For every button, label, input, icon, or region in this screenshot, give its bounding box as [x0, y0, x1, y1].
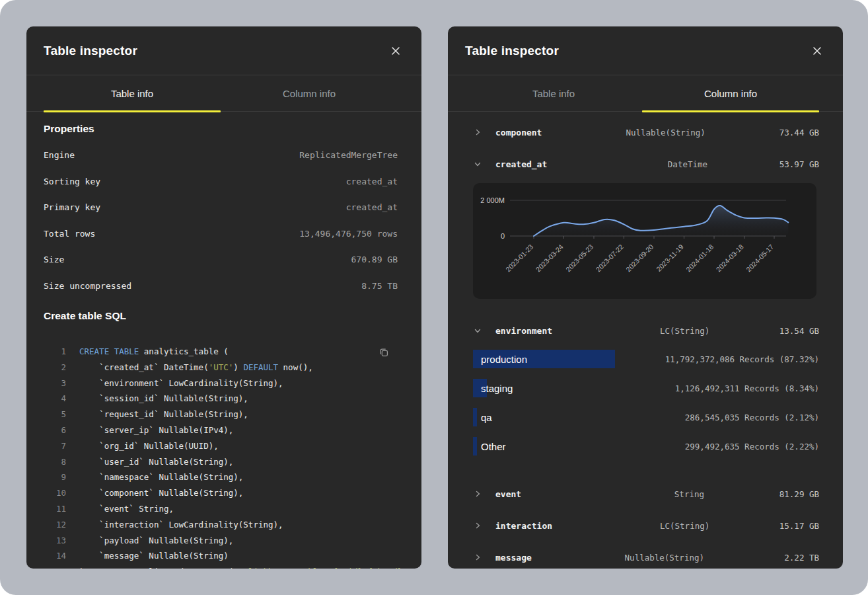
sql-code-text: `environment` LowCardinality(String),: [79, 376, 283, 391]
column-row-interaction[interactable]: interactionLC(String)15.17 GB: [448, 510, 843, 541]
line-number: 14: [44, 548, 66, 564]
sql-line: 10 `component` Nullable(String),: [44, 485, 398, 501]
sql-line: 4 `session_id` Nullable(String),: [44, 391, 398, 407]
tab-column-info[interactable]: Column info: [642, 75, 819, 111]
sql-line: 15) ENGINE = ReplicatedMergeTree('/click…: [44, 564, 398, 569]
env-value-records: 1,126,492,311 Records (8.34%): [675, 383, 819, 393]
chart-area-fill: [534, 206, 788, 236]
tab-table-info[interactable]: Table info: [44, 75, 221, 111]
modal-title: Table inspector: [44, 44, 137, 58]
line-number: 1: [44, 344, 66, 360]
sql-token: ): [233, 362, 243, 372]
property-value: 670.89 GB: [351, 255, 398, 264]
copy-icon: [378, 346, 390, 358]
sql-token: = ReplicatedMergeTree(: [119, 567, 233, 569]
sql-line: 11 `event` String,: [44, 501, 398, 517]
sql-line: 13 `payload` Nullable(String),: [44, 533, 398, 549]
column-rows: componentNullable(String)73.44 GBcreated…: [448, 112, 843, 569]
chevron-right-icon: [474, 129, 495, 136]
env-value-label: production: [481, 354, 665, 365]
env-value-records: 286,545,035 Records (2.12%): [685, 413, 819, 422]
sql-line: 6 `server_ip` Nullable(IPv4),: [44, 422, 398, 438]
sql-line: 1CREATE TABLE analytics_table (: [44, 344, 398, 360]
column-row-environment[interactable]: environmentLC(String)13.54 GB: [448, 315, 843, 346]
sql-token: `session_id` Nullable(String),: [79, 393, 248, 403]
sql-token: 'UTC': [209, 362, 234, 372]
column-type: Nullable(String): [539, 553, 704, 563]
column-size: 13.54 GB: [709, 326, 819, 336]
close-icon: [813, 46, 822, 56]
sql-code-text: CREATE TABLE analytics_table (: [79, 344, 229, 360]
property-row: Size uncompressed8.75 TB: [44, 273, 398, 299]
sql-token: `user_id` Nullable(String),: [79, 457, 233, 467]
line-number: 9: [44, 469, 66, 485]
sql-token: `request_id` Nullable(String),: [79, 409, 248, 419]
sql-code-text: `message` Nullable(String): [79, 548, 229, 564]
env-value-records: 11,792,372,086 Records (87.32%): [665, 354, 819, 364]
property-value: 8.75 TB: [361, 281, 398, 291]
column-size: 15.17 GB: [709, 521, 819, 531]
property-row: Sorting keycreated_at: [44, 169, 398, 195]
column-row-component[interactable]: componentNullable(String)73.44 GB: [448, 116, 843, 148]
tab-column-info[interactable]: Column info: [221, 75, 398, 111]
sql-line: 14 `message` Nullable(String): [44, 548, 398, 564]
column-size: 73.44 GB: [705, 128, 819, 138]
environment-value-distribution: production11,792,372,086 Records (87.32%…: [448, 346, 843, 478]
table-inspector-modal-column-info: Table inspector Table info Column info c…: [448, 26, 843, 569]
sql-code-text: `interaction` LowCardinality(String),: [79, 517, 283, 533]
column-row-created_at[interactable]: created_atDateTime53.97 GB: [448, 148, 843, 180]
env-value-row: Other299,492,635 Records (2.22%): [473, 437, 819, 456]
line-number: 10: [44, 485, 66, 501]
copy-sql-button[interactable]: [377, 345, 391, 360]
sql-token: CREATE TABLE: [79, 346, 139, 356]
sql-token: `namespace` Nullable(String),: [79, 472, 243, 482]
env-value-label: Other: [481, 441, 685, 452]
sql-token: `component` Nullable(String),: [79, 488, 243, 498]
column-size: 53.97 GB: [707, 159, 819, 169]
property-value: 13,496,476,750 rows: [299, 229, 398, 239]
close-button[interactable]: [810, 44, 824, 58]
chevron-right-icon: [474, 522, 495, 529]
sql-code-text: `event` String,: [79, 501, 174, 517]
column-size: 81.29 GB: [704, 489, 819, 499]
property-value: ReplicatedMergeTree: [299, 150, 398, 160]
properties-heading: Properties: [44, 116, 398, 142]
sql-token: `message` Nullable(String): [79, 551, 229, 561]
line-number: 12: [44, 517, 66, 533]
properties-rows: EngineReplicatedMergeTreeSorting keycrea…: [44, 142, 398, 299]
env-value-label: qa: [481, 412, 685, 423]
env-value-row: qa286,545,035 Records (2.12%): [473, 408, 819, 426]
chart-x-tick-label: 2023-07-22: [594, 243, 625, 274]
chevron-right-icon: [474, 491, 495, 497]
property-row: Size670.89 GB: [44, 247, 398, 273]
close-button[interactable]: [388, 44, 403, 58]
sql-line: 12 `interaction` LowCardinality(String),: [44, 517, 398, 533]
env-value-bar: [473, 437, 477, 456]
property-label: Size: [44, 255, 64, 264]
property-label: Size uncompressed: [44, 281, 131, 291]
property-label: Primary key: [44, 202, 100, 212]
sql-token: ): [79, 567, 89, 569]
property-label: Engine: [44, 150, 75, 160]
column-row-event[interactable]: eventString81.29 GB: [448, 478, 843, 510]
env-value-row: staging1,126,492,311 Records (8.34%): [473, 379, 819, 397]
sql-token: '/clickhouse/tables/{uuid}/{shard}': [233, 567, 407, 569]
chart-x-tick-label: 2024-03-18: [714, 243, 745, 274]
sql-token: `environment` LowCardinality(String),: [79, 378, 283, 388]
column-size: 2.22 TB: [704, 553, 819, 563]
chart-x-tick-label: 2023-03-24: [534, 243, 565, 274]
column-row-message[interactable]: messageNullable(String)2.22 TB: [448, 541, 843, 569]
chart-x-tick-label: 2024-01-18: [684, 243, 715, 274]
column-type: DateTime: [547, 159, 707, 169]
line-number: 6: [44, 422, 66, 438]
chart-y-tick-label: 0: [501, 232, 505, 240]
close-icon: [391, 46, 400, 56]
modal-title: Table inspector: [465, 44, 559, 58]
line-number: 8: [44, 454, 66, 470]
sql-code-text: `payload` Nullable(String),: [79, 533, 233, 549]
sql-code-text: `request_id` Nullable(String),: [79, 407, 248, 422]
column-type: Nullable(String): [542, 128, 705, 138]
line-number: 13: [44, 533, 66, 549]
histogram-svg: 2 000M02023-01-232023-03-242023-05-23202…: [473, 183, 816, 299]
tab-table-info[interactable]: Table info: [465, 75, 642, 111]
